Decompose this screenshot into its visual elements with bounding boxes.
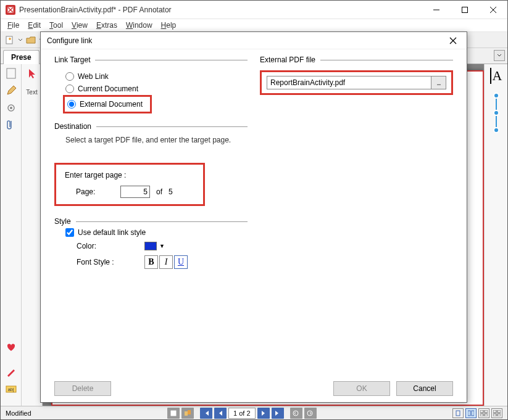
svg-rect-9 — [188, 410, 191, 414]
svg-rect-12 — [456, 411, 460, 416]
edit-pencil-icon[interactable] — [4, 365, 18, 379]
svg-rect-5 — [6, 386, 16, 392]
svg-text:ab|: ab| — [8, 387, 14, 392]
svg-point-11 — [307, 411, 312, 416]
link-target-group: Link Target — [54, 56, 248, 64]
tab-menu-button[interactable] — [494, 50, 505, 61]
chevron-down-icon[interactable] — [18, 38, 23, 43]
style-group: Style — [54, 217, 248, 226]
view-single-button[interactable] — [452, 408, 464, 418]
svg-rect-14 — [472, 411, 474, 416]
radio-external-document[interactable]: External Document — [67, 98, 148, 110]
nav-forward-button[interactable] — [304, 408, 317, 419]
right-toolbar: A — [484, 64, 507, 406]
font-preview-glyph[interactable]: A — [490, 68, 502, 84]
menu-file[interactable]: File — [3, 20, 23, 31]
window-title: PresentationBrainActivity.pdf* - PDF Ann… — [19, 6, 422, 14]
browse-button[interactable]: ... — [431, 76, 446, 89]
use-default-style-checkbox[interactable]: Use default link style — [54, 226, 248, 239]
titlebar: PresentationBrainActivity.pdf* - PDF Ann… — [1, 1, 507, 19]
view-continuous-button[interactable] — [465, 408, 477, 418]
external-file-input[interactable] — [267, 76, 431, 89]
svg-point-3 — [8, 105, 14, 111]
statusbar: Modified — [1, 406, 507, 419]
destination-group: Destination — [54, 122, 248, 131]
svg-rect-20 — [498, 410, 501, 413]
svg-rect-15 — [480, 410, 483, 413]
menubar: File Edit Tool View Extras Window Help — [1, 19, 507, 32]
page-number-input[interactable] — [228, 408, 256, 419]
menu-tool[interactable]: Tool — [45, 20, 67, 31]
svg-rect-17 — [480, 414, 483, 416]
destination-hint: Select a target PDF file, and enter the … — [54, 131, 248, 144]
view-two-page-button[interactable] — [478, 408, 489, 418]
close-window-button[interactable] — [479, 1, 507, 19]
svg-rect-16 — [485, 410, 488, 413]
bold-button[interactable]: B — [144, 255, 158, 269]
document-tab[interactable]: Prese — [3, 50, 40, 64]
thumbnail-icon[interactable] — [167, 408, 180, 419]
connector-widget[interactable] — [493, 93, 499, 133]
text-field-icon[interactable]: ab| — [4, 382, 18, 396]
svg-rect-1 — [6, 36, 12, 44]
color-swatch[interactable] — [144, 242, 157, 250]
svg-rect-22 — [498, 414, 501, 416]
attachment-icon[interactable] — [4, 118, 18, 132]
target-page-group: Enter target page : Page: of 5 — [54, 163, 205, 206]
dialog-close-button[interactable] — [446, 33, 460, 48]
status-modified: Modified — [6, 410, 31, 417]
svg-rect-18 — [485, 414, 488, 416]
svg-rect-21 — [493, 414, 496, 416]
pencil-icon[interactable] — [4, 84, 18, 97]
color-label: Color: — [77, 242, 144, 250]
svg-rect-8 — [185, 411, 188, 416]
svg-rect-19 — [493, 410, 496, 413]
page-label: Page: — [65, 187, 114, 196]
menu-edit[interactable]: Edit — [23, 20, 45, 31]
maximize-button[interactable] — [451, 1, 479, 19]
svg-rect-0 — [462, 7, 468, 12]
italic-button[interactable]: I — [159, 255, 173, 269]
view-grid-button[interactable] — [491, 408, 502, 418]
prev-page-button[interactable] — [214, 408, 227, 419]
new-doc-icon[interactable] — [3, 33, 17, 47]
svg-rect-7 — [171, 411, 176, 416]
heart-icon[interactable] — [4, 340, 18, 354]
cancel-button[interactable]: Cancel — [396, 381, 453, 396]
menu-window[interactable]: Window — [122, 20, 157, 31]
dialog-title: Configure link — [47, 36, 446, 45]
svg-point-4 — [10, 107, 12, 109]
pages-icon[interactable] — [181, 408, 194, 419]
svg-rect-2 — [7, 68, 15, 78]
page-icon[interactable] — [4, 67, 18, 80]
page-navigator — [31, 408, 452, 419]
first-page-button[interactable] — [200, 408, 212, 419]
external-file-group: External PDF file — [260, 56, 453, 64]
menu-extras[interactable]: Extras — [92, 20, 122, 31]
last-page-button[interactable] — [272, 408, 284, 419]
cursor-icon[interactable] — [25, 67, 39, 80]
next-page-button[interactable] — [257, 408, 270, 419]
page-total: 5 — [169, 187, 173, 196]
left-toolbar-secondary: Text — [22, 64, 43, 406]
app-icon — [6, 5, 15, 15]
gear-icon[interactable] — [4, 101, 18, 115]
menu-help[interactable]: Help — [157, 20, 181, 31]
svg-rect-13 — [468, 411, 470, 416]
chevron-down-icon[interactable]: ▼ — [159, 243, 165, 249]
left-toolbar-primary: ab| — [1, 64, 22, 406]
open-folder-icon[interactable] — [24, 33, 38, 47]
text-tool-label: Text — [26, 89, 37, 96]
font-style-label: Font Style : — [77, 258, 144, 266]
minimize-button[interactable] — [422, 1, 451, 19]
radio-current-document[interactable]: Current Document — [54, 83, 248, 95]
delete-button[interactable]: Delete — [54, 381, 111, 396]
underline-button[interactable]: U — [174, 255, 188, 269]
radio-web-link[interactable]: Web Link — [54, 70, 248, 83]
configure-link-dialog: Configure link Link Target Web Link Curr… — [40, 31, 467, 403]
ok-button[interactable]: OK — [333, 381, 390, 396]
nav-back-button[interactable] — [290, 408, 302, 419]
svg-point-10 — [293, 411, 298, 416]
target-page-input[interactable] — [120, 186, 150, 198]
menu-view[interactable]: View — [67, 20, 92, 31]
